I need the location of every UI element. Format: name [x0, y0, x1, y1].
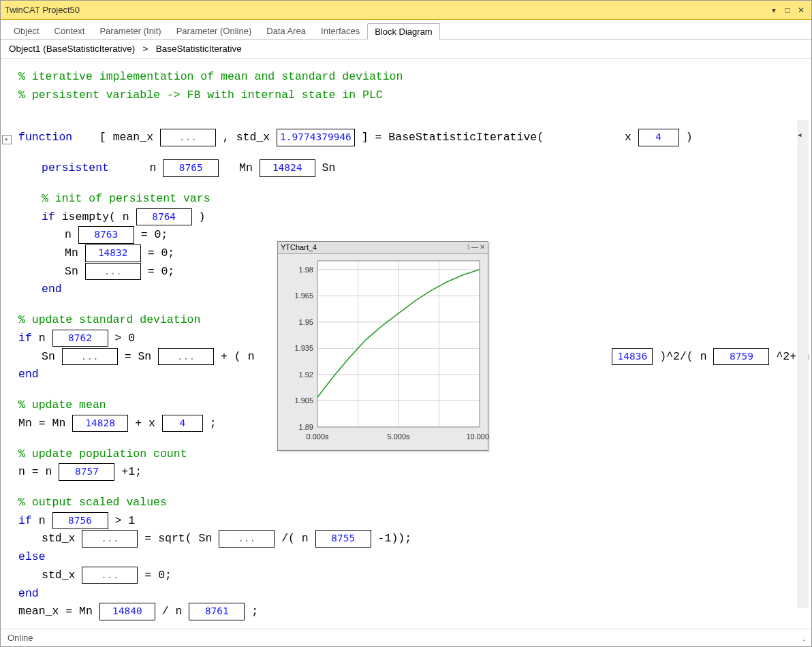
tab-block-diagram[interactable]: Block Diagram	[367, 23, 440, 40]
svg-text:1.965: 1.965	[294, 291, 313, 300]
tab-parameter-init[interactable]: Parameter (Init)	[92, 22, 168, 39]
if-n-gt1: if n 8756 > 1	[18, 512, 802, 531]
value-n-gt0[interactable]: 8762	[52, 330, 108, 347]
svg-text:1.89: 1.89	[299, 423, 313, 431]
if-isempty: if isempty( n 8764 )	[42, 208, 802, 227]
value-n-isempty[interactable]: 8764	[136, 208, 192, 225]
value-n-persistent[interactable]: 8765	[163, 159, 219, 176]
ytchart-window[interactable]: YTChart_4 ⟟ — ✕ 1.891.9051.921.9351.951.…	[277, 241, 488, 451]
value-stdx-box[interactable]: ...	[82, 530, 138, 547]
close-chart-icon[interactable]: ✕	[480, 242, 485, 253]
svg-text:1.98: 1.98	[299, 266, 313, 274]
value-mn-init[interactable]: 14832	[85, 244, 141, 262]
comment-line: % persistent variable -> FB with interna…	[18, 86, 802, 105]
stdx-sqrt: std_x ... = sqrt( Sn ... /( n 8755 -1));	[42, 530, 802, 548]
comment-line: % iterative implementation of mean and s…	[18, 68, 802, 86]
comment-line: % init of persistent vars	[42, 190, 802, 208]
tab-strip: Object Context Parameter (Init) Paramete…	[1, 20, 811, 40]
end-kw: end	[18, 368, 39, 381]
chart-title-text: YTChart_4	[281, 242, 317, 254]
value-sn-n1[interactable]: 14836	[612, 348, 653, 365]
tab-object[interactable]: Object	[6, 22, 47, 39]
end-kw: end	[42, 283, 62, 296]
svg-text:5.000s: 5.000s	[387, 432, 410, 441]
value-sn-lhs[interactable]: ...	[62, 348, 118, 365]
end-kw: end	[18, 587, 39, 600]
scroll-left-icon[interactable]: ◀	[798, 131, 807, 140]
chart-titlebar[interactable]: YTChart_4 ⟟ — ✕	[278, 242, 488, 254]
close-icon[interactable]: ✕	[795, 4, 807, 16]
tab-interfaces[interactable]: Interfaces	[313, 22, 367, 39]
breadcrumb-sep: >	[143, 44, 149, 54]
svg-text:10.000s: 10.000s	[466, 432, 489, 441]
window-title: TwinCAT Project50	[5, 5, 766, 15]
svg-text:1.935: 1.935	[294, 344, 313, 352]
minimize-icon[interactable]: —	[471, 242, 478, 253]
stdx-zero: std_x ... = 0;	[42, 567, 802, 585]
n-update: n = n 8757 +1;	[18, 463, 802, 482]
block-diagram-editor[interactable]: ▸ ◀ % iterative implementation of mean a…	[1, 59, 811, 629]
maximize-icon[interactable]: □	[781, 4, 794, 16]
vertical-scrollbar[interactable]	[798, 120, 809, 608]
tab-parameter-online[interactable]: Parameter (Online)	[169, 22, 260, 39]
value-n-init[interactable]: 8763	[78, 226, 134, 243]
collapse-handle-icon[interactable]: ▸	[2, 135, 12, 144]
chart-plot[interactable]: 1.891.9051.921.9351.951.9651.980.000s5.0…	[278, 254, 488, 450]
dropdown-icon[interactable]: ▾	[768, 4, 780, 16]
value-mn-persistent[interactable]: 14824	[260, 159, 315, 176]
value-n-out[interactable]: 8761	[189, 603, 245, 620]
value-x[interactable]: 4	[638, 129, 679, 146]
persistent-decl: persistent n 8765 Mn 14824 Sn	[42, 159, 802, 178]
app-window: TwinCAT Project50 ▾ □ ✕ Object Context P…	[0, 0, 812, 647]
function-signature: function [ mean_x ... , std_x 1.97743799…	[18, 129, 802, 147]
value-sn-sqrt[interactable]: ...	[219, 530, 275, 547]
tab-data-area[interactable]: Data Area	[259, 22, 313, 39]
value-sn-n2[interactable]: 8759	[713, 348, 769, 365]
value-sn-rhs[interactable]: ...	[158, 348, 214, 365]
breadcrumb: Object1 (BaseStatisticIterative) > BaseS…	[1, 40, 811, 59]
svg-text:1.905: 1.905	[294, 396, 313, 405]
comment-line: % output scaled values	[18, 494, 802, 512]
svg-text:1.95: 1.95	[299, 318, 313, 326]
value-n-sqrt[interactable]: 8755	[315, 530, 371, 547]
tab-context[interactable]: Context	[47, 22, 93, 39]
status-text: Online	[7, 633, 33, 643]
value-x-cur[interactable]: 4	[162, 415, 203, 432]
else-kw: else	[18, 550, 46, 563]
value-mn-cur[interactable]: 14828	[72, 415, 128, 432]
value-n-gt1[interactable]: 8756	[52, 512, 108, 529]
breadcrumb-item-1[interactable]: Object1 (BaseStatisticIterative)	[9, 44, 135, 54]
meanx-out: mean_x = Mn 14840 / n 8761 ;	[18, 603, 802, 621]
status-bar: Online ..:	[1, 629, 811, 646]
resize-grip-icon[interactable]: ..:	[802, 634, 805, 642]
titlebar: TwinCAT Project50 ▾ □ ✕	[1, 1, 811, 20]
svg-text:0.000s: 0.000s	[306, 432, 329, 441]
value-stdx[interactable]: 1.9774379946	[277, 129, 355, 146]
value-stdx-else[interactable]: ...	[82, 567, 138, 584]
svg-text:1.92: 1.92	[299, 370, 313, 379]
value-mn-out[interactable]: 14840	[99, 603, 155, 620]
pin-icon[interactable]: ⟟	[467, 242, 470, 253]
value-meanx[interactable]: ...	[160, 129, 216, 146]
breadcrumb-item-2[interactable]: BaseStatisticIterative	[156, 44, 242, 54]
value-n-cur[interactable]: 8757	[59, 463, 114, 480]
value-sn-init[interactable]: ...	[85, 263, 141, 280]
